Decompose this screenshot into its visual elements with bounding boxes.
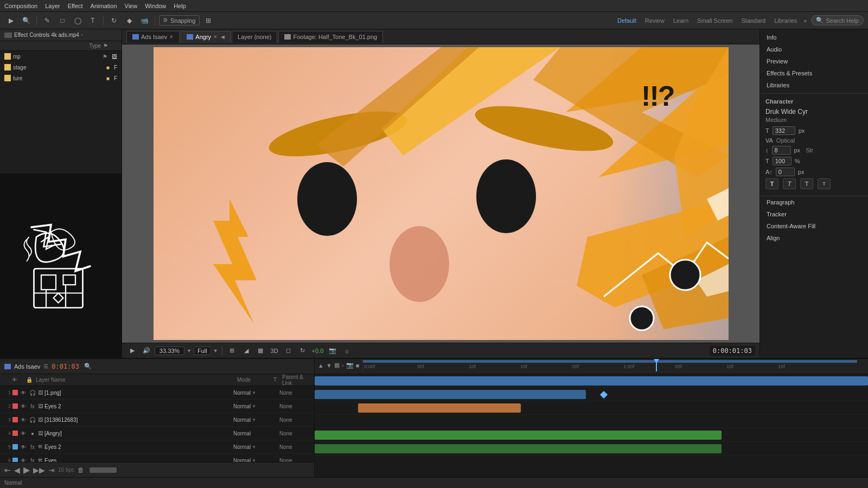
last-frame-btn[interactable]: ⇥ xyxy=(48,466,55,474)
workspace-review[interactable]: Review xyxy=(643,16,667,25)
parent-link-6[interactable]: None xyxy=(279,458,292,463)
refresh-btn[interactable]: ↻ xyxy=(297,345,309,356)
smallcaps-btn[interactable]: T xyxy=(818,178,831,189)
info-item[interactable]: Info xyxy=(760,31,868,43)
workspace-standard[interactable]: Standard xyxy=(739,16,768,25)
current-time[interactable]: 0:01:03 xyxy=(52,363,79,370)
list-item[interactable]: stage ■ F xyxy=(0,62,122,73)
layer-mode-text-2[interactable]: Normal xyxy=(233,403,251,409)
scale-input[interactable] xyxy=(773,157,792,165)
next-frame-btn[interactable]: ▶▶ xyxy=(33,466,45,474)
layer-search-btn[interactable]: 🔍 xyxy=(82,362,93,371)
bold-btn[interactable]: T xyxy=(765,178,778,189)
menu-item-composition[interactable]: Composition xyxy=(4,3,37,9)
layer-vis-4[interactable]: 👁 xyxy=(20,429,27,437)
effect-controls-label[interactable]: Effect Controls 4k ads.mp4 xyxy=(14,32,79,38)
playhead[interactable] xyxy=(656,359,657,371)
quality-dropdown-icon[interactable]: ▼ xyxy=(213,348,218,354)
layer-audio-4[interactable]: ● xyxy=(29,429,36,437)
ellipse-tool[interactable]: ◯ xyxy=(71,15,84,27)
size-input[interactable] xyxy=(773,126,795,135)
expand-arrow[interactable]: › xyxy=(81,33,83,37)
anchor-tool[interactable]: ◆ xyxy=(123,15,136,27)
text-tool[interactable]: T xyxy=(86,15,99,27)
workspace-libraries[interactable]: Libraries xyxy=(772,16,799,25)
content-aware-fill-item[interactable]: Content-Aware Fill xyxy=(760,220,868,232)
effects-presets-item[interactable]: Effects & Presets xyxy=(760,67,868,79)
menu-item-view[interactable]: View xyxy=(125,3,138,9)
pen-tool[interactable]: ✎ xyxy=(41,15,54,27)
layer-row-6[interactable]: 6 👁 fx 🛠 Eyes Normal ▼ None xyxy=(0,454,314,462)
rotate-tool[interactable]: ↻ xyxy=(107,15,120,27)
match-anim-btn[interactable]: ▲ xyxy=(318,362,324,369)
layer-audio-3[interactable]: 🎧 xyxy=(29,416,36,423)
workspace-more[interactable]: » xyxy=(803,17,807,24)
layer-fx-2[interactable]: fx xyxy=(29,402,36,410)
layer-mode-text-6[interactable]: Normal xyxy=(233,458,251,463)
paragraph-item[interactable]: Paragraph xyxy=(760,196,868,208)
zoom-dropdown-icon[interactable]: ▼ xyxy=(187,348,192,354)
font-style[interactable]: Medium xyxy=(765,117,863,123)
libraries-item[interactable]: Libraries xyxy=(760,79,868,91)
grid-toggle[interactable]: ⊞ xyxy=(226,345,238,356)
proportional-grid[interactable]: ⊞ xyxy=(202,15,215,27)
parent-link-4[interactable]: None xyxy=(279,431,292,436)
layer-mode-text-4[interactable]: Normal xyxy=(233,431,251,436)
mask-toggle[interactable]: ◢ xyxy=(240,345,252,356)
mode-arrow-3[interactable]: ▼ xyxy=(252,418,256,422)
layer-vis-3[interactable]: 👁 xyxy=(20,416,27,423)
graph-editor-btn[interactable]: ▩ xyxy=(334,362,340,369)
italic-btn[interactable]: T xyxy=(783,178,796,189)
zoom-value[interactable]: 33.33% xyxy=(155,346,184,355)
baseline-input[interactable] xyxy=(776,168,795,176)
workspace-small-screen[interactable]: Small Screen xyxy=(695,16,735,25)
track-row-2[interactable] xyxy=(315,388,868,401)
menu-item-help[interactable]: Help xyxy=(174,3,186,9)
goto-time-btn[interactable]: ▼ xyxy=(326,362,332,369)
list-item[interactable]: ture ■ F xyxy=(0,73,122,84)
font-name[interactable]: Druk Wide Cyr xyxy=(765,108,863,115)
timeline-ruler[interactable]: ▲ ▼ ▩ ▫ 📷 ■ 0:00f 05f 10f 15f 20f 1:00f … xyxy=(315,359,868,374)
layer-mode-text-1[interactable]: Normal xyxy=(233,390,251,396)
first-frame-btn[interactable]: ⇤ xyxy=(4,466,11,474)
trash-btn[interactable]: 🗑 xyxy=(78,466,84,474)
parent-link-1[interactable]: None xyxy=(279,390,292,396)
transparency-toggle[interactable]: ◻ xyxy=(283,345,295,356)
workspace-learn[interactable]: Learn xyxy=(671,16,691,25)
layer-vis-5[interactable]: 👁 xyxy=(20,443,27,451)
solo-mode-btn[interactable]: ▫ xyxy=(342,362,344,369)
timeline-menu-icon[interactable]: ☰ xyxy=(43,363,48,369)
rect-tool[interactable]: □ xyxy=(56,15,69,27)
caps-btn[interactable]: T xyxy=(800,178,813,189)
comp-tab-ads-isaev[interactable]: Ads Isaev ✕ xyxy=(126,31,180,43)
mode-arrow-5[interactable]: ▼ xyxy=(252,445,256,450)
mode-arrow-6[interactable]: ▼ xyxy=(252,458,256,463)
prev-frame-btn[interactable]: ◀ xyxy=(14,466,20,474)
layer-row-4[interactable]: 4 👁 ● 🖼 [Angry] Normal None xyxy=(0,427,314,440)
timecode-display[interactable]: 0:00:01:03 xyxy=(710,346,755,356)
layer-fx-6[interactable]: fx xyxy=(29,457,36,462)
list-item[interactable]: mp ⚑ 🖼 xyxy=(0,51,122,62)
quality-value[interactable]: Full xyxy=(194,346,211,355)
nav-back[interactable]: ◀ xyxy=(221,34,225,40)
menu-item-effect[interactable]: Effect xyxy=(68,3,83,9)
layer-row-5[interactable]: 5 👁 fx 🛠 Eyes 2 Normal ▼ None xyxy=(0,440,314,454)
snapshot-btn[interactable]: 📷 xyxy=(327,345,339,356)
track-row-1[interactable] xyxy=(315,374,868,388)
audio-item[interactable]: Audio xyxy=(760,43,868,55)
layer-vis-2[interactable]: 👁 xyxy=(20,402,27,410)
layer-vis-6[interactable]: 👁 xyxy=(20,457,27,462)
comp-tab-angry[interactable]: Angry ✕ ◀ xyxy=(181,31,231,43)
layer-vis-1[interactable]: 👁 xyxy=(20,389,27,396)
track-row-5[interactable] xyxy=(315,428,868,442)
layer-fx-5[interactable]: fx xyxy=(29,443,36,451)
play-btn[interactable]: ▶ xyxy=(23,465,30,475)
workspace-default[interactable]: Default xyxy=(615,16,639,25)
layer-mode-text-5[interactable]: Normal xyxy=(233,444,251,450)
parent-link-2[interactable]: None xyxy=(279,403,292,409)
comp-tab-footage[interactable]: Footage: Half_Tone_Bk_01.png xyxy=(278,31,383,43)
layer-row-1[interactable]: 1 👁 🎧 🖼 [1.png] Normal ▼ None xyxy=(0,386,314,400)
comp-tab-layer[interactable]: Layer (none) xyxy=(232,31,277,43)
snapping-toggle[interactable]: ⚞ Snapping xyxy=(159,15,200,25)
work-area-bar[interactable] xyxy=(363,360,857,363)
